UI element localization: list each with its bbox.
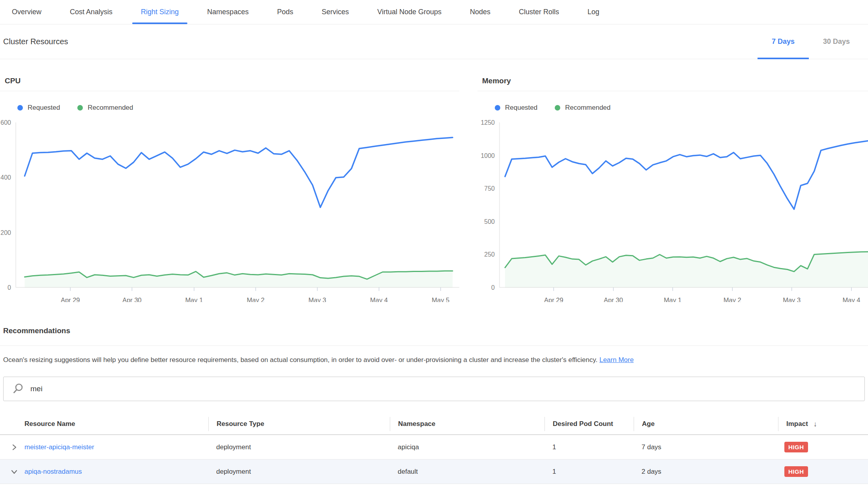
- column-header-namespace[interactable]: Namespace: [390, 417, 544, 431]
- svg-text:May 1: May 1: [664, 296, 682, 302]
- learn-more-link[interactable]: Learn More: [599, 356, 634, 364]
- impact-cell: HIGH: [778, 466, 868, 477]
- desired-pod-count-cell: 1: [544, 443, 634, 451]
- top-tab-bar: Overview Cost Analysis Right Sizing Name…: [0, 0, 868, 24]
- recommendations-description-text: Ocean's resizing suggestions will help y…: [3, 356, 597, 364]
- svg-text:Apr 30: Apr 30: [604, 296, 623, 302]
- table-row[interactable]: meister-apiciqa-meister deployment apici…: [0, 435, 868, 460]
- resource-type-cell: deployment: [208, 468, 390, 476]
- memory-chart-legend: Requested Recommended: [495, 104, 868, 112]
- recommendations-title: Recommendations: [0, 326, 868, 335]
- legend-recommended: Recommended: [77, 104, 133, 112]
- svg-text:250: 250: [484, 251, 495, 258]
- impact-high-badge: HIGH: [784, 442, 808, 452]
- svg-text:May 4: May 4: [843, 296, 861, 302]
- column-header-resource-name[interactable]: Resource Name: [0, 417, 208, 431]
- legend-requested: Requested: [17, 104, 60, 112]
- search-icon: [12, 383, 24, 395]
- chevron-right-icon[interactable]: [10, 443, 18, 451]
- resource-name-cell: meister-apiciqa-meister: [0, 443, 208, 451]
- age-cell: 2 days: [634, 468, 778, 476]
- chevron-down-icon[interactable]: [10, 468, 18, 476]
- legend-recommended-label: Recommended: [565, 104, 610, 112]
- legend-requested-label: Requested: [505, 104, 537, 112]
- tab-services[interactable]: Services: [313, 0, 357, 24]
- svg-text:750: 750: [484, 185, 495, 192]
- section-divider: [0, 345, 868, 346]
- namespace-cell: apiciqa: [390, 443, 544, 451]
- svg-text:Apr 29: Apr 29: [61, 296, 80, 302]
- svg-text:May 2: May 2: [247, 296, 265, 302]
- age-cell: 7 days: [634, 443, 778, 451]
- svg-text:May 4: May 4: [370, 296, 388, 302]
- page-title: Cluster Resources: [3, 37, 68, 46]
- recommended-dot-icon: [555, 105, 560, 111]
- range-30-days[interactable]: 30 Days: [809, 24, 864, 59]
- tab-namespaces[interactable]: Namespaces: [198, 0, 257, 24]
- tab-cluster-rolls[interactable]: Cluster Rolls: [510, 0, 568, 24]
- resource-name-cell: apiqa-nostradamus: [0, 468, 208, 476]
- resource-name-link[interactable]: apiqa-nostradamus: [24, 468, 82, 476]
- tab-virtual-node-groups[interactable]: Virtual Node Groups: [369, 0, 450, 24]
- recommendations-description: Ocean's resizing suggestions will help y…: [3, 355, 865, 365]
- search-input[interactable]: [30, 385, 864, 393]
- column-header-desired-pod-count[interactable]: Desired Pod Count: [544, 417, 634, 431]
- desired-pod-count-cell: 1: [544, 468, 634, 476]
- svg-text:400: 400: [0, 174, 11, 181]
- tab-cost-analysis[interactable]: Cost Analysis: [61, 0, 121, 24]
- recommendations-section: Recommendations Ocean's resizing suggest…: [0, 326, 868, 365]
- charts-row: CPU Requested Recommended 0200400600Apr …: [0, 59, 868, 302]
- svg-text:200: 200: [0, 229, 11, 236]
- svg-text:600: 600: [0, 119, 11, 126]
- memory-chart-title: Memory: [477, 77, 868, 91]
- range-7-days[interactable]: 7 Days: [758, 24, 809, 59]
- memory-line-chart: 025050075010001250Apr 29Apr 30May 1May 2…: [477, 116, 868, 302]
- resource-name-link[interactable]: meister-apiciqa-meister: [24, 443, 94, 451]
- legend-recommended: Recommended: [555, 104, 610, 112]
- column-header-impact-label: Impact: [786, 420, 808, 428]
- cpu-line-chart: 0200400600Apr 29Apr 30May 1May 2May 3May…: [0, 116, 459, 302]
- tab-nodes[interactable]: Nodes: [461, 0, 499, 24]
- svg-text:1250: 1250: [481, 119, 495, 126]
- svg-text:500: 500: [484, 218, 495, 225]
- requested-dot-icon: [17, 105, 23, 111]
- cpu-chart-legend: Requested Recommended: [17, 104, 459, 112]
- sort-descending-icon[interactable]: ↓: [814, 420, 817, 428]
- tab-right-sizing[interactable]: Right Sizing: [132, 0, 187, 24]
- cpu-chart-panel: CPU Requested Recommended 0200400600Apr …: [0, 77, 459, 302]
- legend-requested-label: Requested: [28, 104, 60, 112]
- svg-text:1000: 1000: [481, 152, 495, 159]
- cpu-chart-title: CPU: [0, 77, 459, 91]
- resource-search-box: [3, 377, 865, 401]
- impact-high-badge: HIGH: [784, 466, 808, 477]
- memory-chart-panel: Memory Requested Recommended 02505007501…: [477, 77, 868, 302]
- recommended-dot-icon: [77, 105, 83, 111]
- table-header-row: Resource Name Resource Type Namespace De…: [0, 414, 868, 435]
- svg-text:May 3: May 3: [783, 296, 801, 302]
- svg-text:May 5: May 5: [432, 296, 449, 302]
- svg-text:May 2: May 2: [724, 296, 741, 302]
- resource-type-cell: deployment: [208, 443, 390, 451]
- column-header-age[interactable]: Age: [634, 417, 778, 431]
- tab-pods[interactable]: Pods: [268, 0, 302, 24]
- cluster-resources-header: Cluster Resources 7 Days 30 Days: [0, 24, 868, 59]
- legend-requested: Requested: [495, 104, 537, 112]
- column-header-impact[interactable]: Impact ↓: [778, 417, 868, 431]
- time-range-toggle: 7 Days 30 Days: [758, 24, 864, 59]
- namespace-cell: default: [390, 468, 544, 476]
- table-row[interactable]: apiqa-nostradamus deployment default 1 2…: [0, 460, 868, 484]
- svg-text:Apr 30: Apr 30: [122, 296, 142, 302]
- legend-recommended-label: Recommended: [88, 104, 133, 112]
- requested-dot-icon: [495, 105, 500, 111]
- svg-text:May 3: May 3: [309, 296, 326, 302]
- recommendations-table: Resource Name Resource Type Namespace De…: [0, 414, 868, 484]
- tab-overview[interactable]: Overview: [3, 0, 50, 24]
- tab-log[interactable]: Log: [579, 0, 608, 24]
- svg-text:0: 0: [7, 284, 11, 291]
- svg-text:Apr 29: Apr 29: [544, 296, 563, 302]
- column-header-resource-type[interactable]: Resource Type: [208, 417, 390, 431]
- svg-text:0: 0: [491, 284, 495, 291]
- svg-text:May 1: May 1: [185, 296, 203, 302]
- impact-cell: HIGH: [778, 442, 868, 452]
